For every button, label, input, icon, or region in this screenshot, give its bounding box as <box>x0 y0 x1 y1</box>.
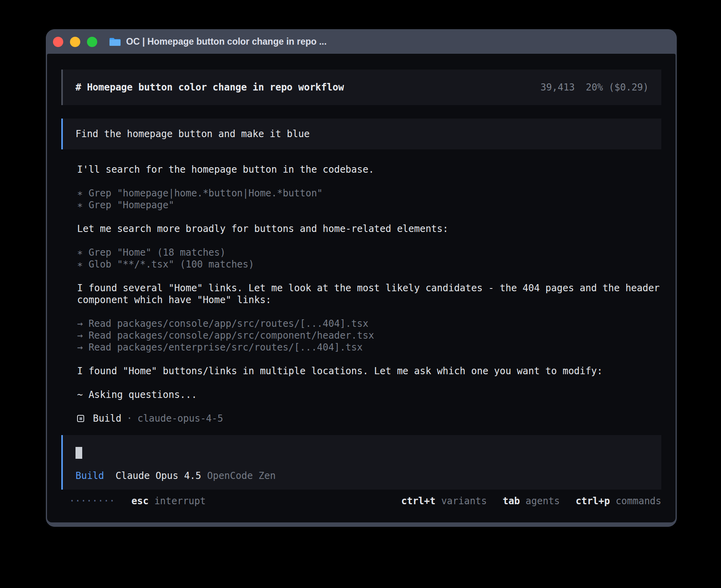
input-model-label[interactable]: Claude Opus 4.5 <box>115 470 201 482</box>
tool-call-glob: ∗ Glob "**/*.tsx" (100 matches) <box>77 258 661 270</box>
folder-icon <box>109 37 121 47</box>
tool-call-read: → Read packages/enterprise/src/routes/[.… <box>77 341 661 353</box>
context-cost: 20% ($0.29) <box>586 82 649 93</box>
terminal-content: # Homepage button color change in repo w… <box>47 54 676 522</box>
titlebar[interactable]: OC | Homepage button color change in rep… <box>47 30 676 54</box>
traffic-lights <box>53 37 97 47</box>
terminal-window: OC | Homepage button color change in rep… <box>46 29 677 527</box>
agent-icon <box>77 415 84 422</box>
tool-call-group: ∗ Grep "Home" (18 matches) ∗ Glob "**/*.… <box>77 247 661 270</box>
transcript: I'll search for the homepage button in t… <box>77 164 661 401</box>
status-bar-right: ctrl+t variants tab agents ctrl+p comman… <box>401 495 661 507</box>
key-tab: tab <box>503 496 520 507</box>
tool-call-grep: ∗ Grep "homepage|home.*button|Home.*butt… <box>77 187 661 199</box>
tool-call-group: ∗ Grep "homepage|home.*button|Home.*butt… <box>77 187 661 211</box>
progress-dots-icon: ········ <box>69 495 115 507</box>
agent-name: Build <box>93 413 121 424</box>
model-name: claude-opus-4-5 <box>138 413 223 424</box>
tool-call-group: → Read packages/console/app/src/routes/[… <box>77 318 661 353</box>
key-ctrl-p: ctrl+p <box>576 496 610 507</box>
assistant-text: I'll search for the homepage button in t… <box>77 164 661 175</box>
assistant-text: I found "Home" buttons/links in multiple… <box>77 365 661 377</box>
label-commands: commands <box>615 496 661 507</box>
zoom-button[interactable] <box>87 37 97 47</box>
tool-call-grep: ∗ Grep "Home" (18 matches) <box>77 247 661 258</box>
assistant-text: I found several "Home" links. Let me loo… <box>77 282 661 306</box>
token-count: 39,413 <box>540 82 575 93</box>
agent-status-row: Build · claude-opus-4-5 <box>77 413 661 424</box>
tool-call-read: → Read packages/console/app/src/routes/[… <box>77 318 661 330</box>
text-cursor <box>75 447 82 459</box>
title-group: OC | Homepage button color change in rep… <box>109 36 327 47</box>
shortcut-interrupt: esc interrupt <box>132 495 206 507</box>
input-agent-label[interactable]: Build <box>75 470 104 482</box>
user-message-text: Find the homepage button and make it blu… <box>75 128 310 139</box>
tool-call-grep: ∗ Grep "Homepage" <box>77 199 661 211</box>
assistant-status-text: ~ Asking questions... <box>77 389 661 401</box>
assistant-text: Let me search more broadly for buttons a… <box>77 223 661 235</box>
session-title: # Homepage button color change in repo w… <box>75 81 344 93</box>
separator-dot: · <box>126 413 132 424</box>
key-esc: esc <box>132 496 149 507</box>
key-ctrl-t: ctrl+t <box>401 496 436 507</box>
label-variants: variants <box>441 496 487 507</box>
session-header: # Homepage button color change in repo w… <box>61 70 661 105</box>
session-stats: 39,41320% ($0.29) <box>540 81 649 93</box>
shortcut-variants: ctrl+t variants <box>401 495 487 507</box>
tool-call-read: → Read packages/console/app/src/componen… <box>77 330 661 341</box>
label-interrupt: interrupt <box>154 496 206 507</box>
shortcut-agents: tab agents <box>503 495 560 507</box>
input-meta: Build Claude Opus 4.5 OpenCode Zen <box>75 470 649 482</box>
close-button[interactable] <box>53 37 63 47</box>
prompt-input[interactable]: Build Claude Opus 4.5 OpenCode Zen <box>61 435 661 490</box>
minimize-button[interactable] <box>70 37 80 47</box>
input-provider-label: OpenCode Zen <box>207 470 276 482</box>
window-title: OC | Homepage button color change in rep… <box>126 36 327 47</box>
label-agents: agents <box>526 496 560 507</box>
status-bar: ········ esc interrupt ctrl+t variants t… <box>61 495 661 507</box>
shortcut-commands: ctrl+p commands <box>576 495 661 507</box>
status-bar-left: ········ esc interrupt <box>61 495 206 507</box>
user-message: Find the homepage button and make it blu… <box>61 119 661 149</box>
